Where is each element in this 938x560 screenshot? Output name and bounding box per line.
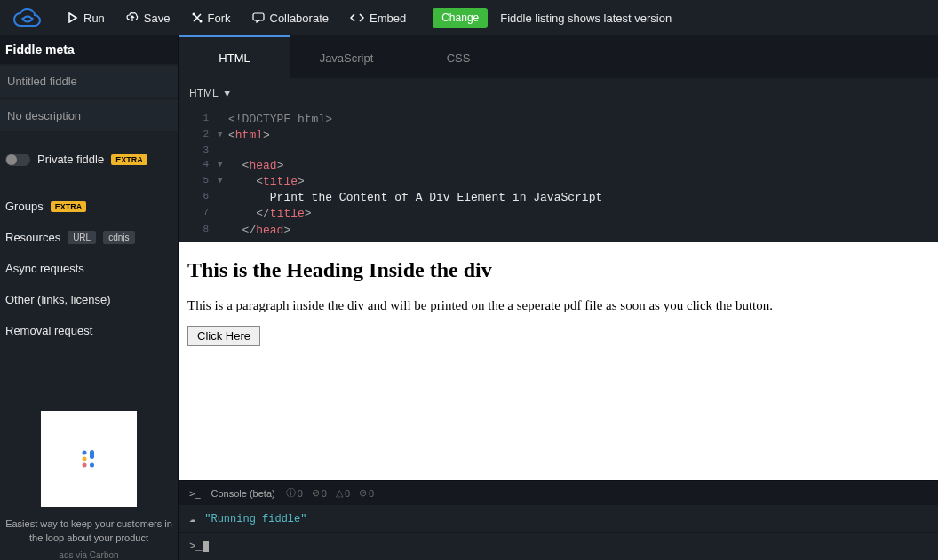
fork-label: Fork bbox=[208, 12, 231, 25]
console-counts: ⓘ0 ⊘0 △0 ⊘0 bbox=[286, 486, 375, 500]
removal-label: Removal request bbox=[5, 324, 92, 337]
other-label: Other (links, license) bbox=[5, 293, 110, 306]
debug-count: ⊘0 bbox=[312, 486, 327, 500]
svg-point-4 bbox=[83, 457, 87, 461]
ad-text: Easiest way to keep your customers in th… bbox=[5, 517, 172, 545]
ad-via: ads via Carbon bbox=[5, 550, 172, 560]
cloud-up-icon bbox=[126, 12, 139, 23]
sidebar: Fiddle meta Untitled fiddle No descripti… bbox=[0, 35, 178, 560]
embed-label: Embed bbox=[370, 12, 406, 25]
code-editor[interactable]: 1<!DOCTYPE html> 2▼<html> 3 4▼ <head> 5▼… bbox=[179, 108, 938, 242]
ad-image bbox=[41, 411, 137, 507]
collaborate-label: Collaborate bbox=[270, 12, 330, 25]
url-badge: URL bbox=[68, 231, 96, 244]
run-label: Run bbox=[83, 12, 105, 25]
ad-logo-icon bbox=[76, 446, 102, 472]
private-toggle[interactable] bbox=[5, 154, 30, 166]
console-body: ☁ "Running fiddle" >_ bbox=[179, 505, 938, 560]
resources-label: Resources bbox=[5, 231, 60, 244]
extra-badge: EXTRA bbox=[51, 201, 87, 212]
save-button[interactable]: Save bbox=[117, 6, 179, 30]
fork-button[interactable]: Fork bbox=[183, 6, 240, 30]
topbar: Run Save Fork Collaborate Embed Change F… bbox=[0, 0, 938, 35]
resources-row[interactable]: Resources URL cdnjs bbox=[0, 222, 178, 253]
preview-pane: This is the Heading Inside the div This … bbox=[179, 242, 938, 480]
svg-point-0 bbox=[192, 13, 195, 16]
title-input[interactable]: Untitled fiddle bbox=[0, 66, 178, 97]
preview-heading: This is the Heading Inside the div bbox=[187, 258, 929, 282]
cloud-icon: ☁ bbox=[189, 512, 195, 525]
private-toggle-row: Private fiddle EXTRA bbox=[0, 144, 178, 175]
ad-block[interactable]: Easiest way to keep your customers in th… bbox=[0, 402, 178, 560]
terminal-icon: >_ bbox=[189, 488, 201, 499]
groups-label: Groups bbox=[5, 200, 44, 213]
private-label: Private fiddle bbox=[37, 153, 104, 166]
prompt-text: >_ bbox=[189, 540, 202, 553]
cdnjs-badge: cdnjs bbox=[103, 231, 134, 244]
svg-point-5 bbox=[83, 463, 87, 468]
removal-row[interactable]: Removal request bbox=[0, 315, 178, 346]
console-header[interactable]: >_ Console (beta) ⓘ0 ⊘0 △0 ⊘0 bbox=[179, 481, 938, 505]
play-icon bbox=[68, 12, 78, 23]
svg-point-1 bbox=[199, 20, 202, 23]
save-label: Save bbox=[144, 12, 171, 25]
console-prompt[interactable]: >_ bbox=[179, 533, 938, 560]
async-label: Async requests bbox=[5, 262, 84, 275]
editor-area: HTML JavaScript CSS HTML ▼ 1<!DOCTYPE ht… bbox=[178, 35, 938, 560]
cloud-logo-icon bbox=[10, 6, 44, 29]
async-row[interactable]: Async requests bbox=[0, 253, 178, 284]
embed-icon bbox=[350, 12, 364, 23]
info-count: ⓘ0 bbox=[286, 486, 303, 500]
fork-icon bbox=[192, 12, 203, 23]
error-count: ⊘0 bbox=[359, 486, 374, 500]
logo[interactable] bbox=[7, 4, 46, 31]
other-row[interactable]: Other (links, license) bbox=[0, 284, 178, 315]
description-input[interactable]: No description bbox=[0, 100, 178, 131]
console-line: ☁ "Running fiddle" bbox=[179, 505, 938, 533]
run-button[interactable]: Run bbox=[59, 6, 114, 30]
change-button[interactable]: Change bbox=[433, 8, 488, 28]
dropdown-icon: ▼ bbox=[222, 87, 233, 99]
tab-javascript[interactable]: JavaScript bbox=[290, 35, 402, 78]
console-message: "Running fiddle" bbox=[204, 513, 306, 525]
extra-badge: EXTRA bbox=[111, 154, 147, 165]
sidebar-header: Fiddle meta bbox=[0, 35, 178, 64]
svg-rect-2 bbox=[253, 13, 264, 20]
chat-icon bbox=[252, 12, 265, 23]
tabs: HTML JavaScript CSS bbox=[179, 35, 938, 78]
svg-point-7 bbox=[90, 463, 94, 468]
language-selector[interactable]: HTML ▼ bbox=[179, 78, 938, 108]
preview-button[interactable]: Click Here bbox=[187, 326, 260, 346]
collaborate-button[interactable]: Collaborate bbox=[243, 6, 338, 30]
svg-rect-6 bbox=[90, 450, 94, 459]
code-text: <!DOCTYPE html> bbox=[228, 113, 332, 126]
console-label: Console (beta) bbox=[211, 488, 275, 499]
embed-button[interactable]: Embed bbox=[341, 6, 415, 30]
groups-row[interactable]: Groups EXTRA bbox=[0, 191, 178, 222]
console: >_ Console (beta) ⓘ0 ⊘0 △0 ⊘0 ☁ "Running… bbox=[179, 480, 938, 560]
listing-text: Fiddle listing shows latest version bbox=[500, 12, 672, 25]
tab-css[interactable]: CSS bbox=[402, 35, 514, 78]
svg-point-3 bbox=[83, 451, 87, 455]
preview-paragraph: This is a paragraph inside the div and w… bbox=[187, 298, 929, 313]
lang-label-text: HTML bbox=[189, 87, 219, 99]
tab-html[interactable]: HTML bbox=[179, 35, 290, 78]
warn-count: △0 bbox=[336, 486, 350, 500]
cursor bbox=[203, 541, 209, 552]
